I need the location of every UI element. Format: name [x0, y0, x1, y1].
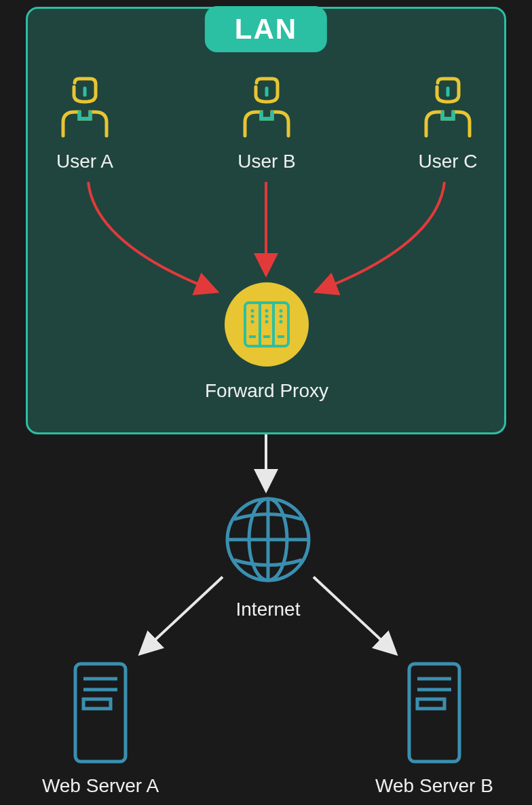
internet: Internet — [217, 489, 319, 620]
user-a: User A — [41, 75, 129, 172]
svg-point-14 — [280, 315, 283, 318]
proxy-server-icon — [219, 277, 314, 372]
web-server-a-label: Web Server A — [39, 775, 162, 797]
svg-point-15 — [280, 320, 283, 324]
svg-point-9 — [251, 320, 254, 324]
forward-proxy-label: Forward Proxy — [199, 380, 335, 402]
web-server-b-label: Web Server B — [373, 775, 495, 797]
user-icon — [51, 75, 119, 143]
web-server-a: Web Server A — [39, 658, 162, 797]
web-server-b: Web Server B — [373, 658, 495, 797]
user-b: User B — [223, 75, 311, 172]
user-b-label: User B — [223, 151, 311, 172]
server-tower-icon — [397, 658, 472, 767]
svg-point-3 — [225, 282, 309, 367]
user-icon — [233, 75, 301, 143]
user-a-label: User A — [41, 151, 129, 172]
lan-badge: LAN — [205, 6, 327, 52]
user-c: User C — [404, 75, 492, 172]
forward-proxy: Forward Proxy — [219, 277, 314, 402]
svg-rect-30 — [417, 699, 444, 709]
svg-point-11 — [265, 315, 269, 318]
svg-point-7 — [251, 310, 254, 313]
arrow-internet-to-server-a — [142, 577, 223, 652]
globe-icon — [217, 489, 319, 591]
svg-rect-26 — [83, 699, 111, 709]
svg-point-10 — [265, 310, 269, 313]
internet-label: Internet — [217, 599, 319, 620]
svg-point-12 — [265, 320, 269, 324]
user-icon — [414, 75, 482, 143]
svg-point-13 — [280, 310, 283, 313]
server-tower-icon — [63, 658, 138, 767]
svg-point-8 — [251, 315, 254, 318]
arrow-internet-to-server-b — [314, 577, 394, 652]
user-c-label: User C — [404, 151, 492, 172]
